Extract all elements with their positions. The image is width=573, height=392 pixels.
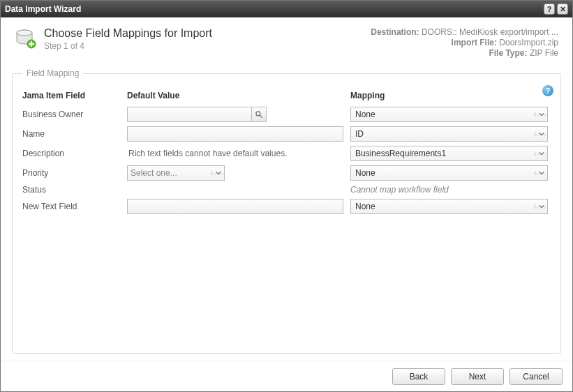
file-type-value: ZIP File — [530, 48, 558, 58]
page-title: Choose Field Mappings for Import — [44, 27, 212, 40]
row-business-owner: Business Owner — [22, 105, 551, 124]
description-mapping-dropdown[interactable]: BusinessRequirements1 — [350, 146, 548, 161]
label-business-owner: Business Owner — [22, 105, 127, 124]
search-icon — [255, 110, 263, 119]
chevron-down-icon — [535, 151, 547, 156]
close-icon: ✕ — [560, 5, 566, 14]
business-owner-input[interactable] — [128, 107, 251, 121]
back-button[interactable]: Back — [392, 368, 445, 385]
new-text-field-default-input[interactable] — [128, 199, 343, 213]
wizard-footer: Back Next Cancel — [1, 361, 572, 391]
destination-label: Destination: — [371, 27, 419, 37]
name-default-input-wrap — [127, 126, 343, 142]
name-mapping-value: ID — [351, 129, 535, 139]
business-owner-lookup — [127, 107, 267, 122]
col-mapping: Mapping — [350, 86, 551, 105]
new-text-field-default-input-wrap — [127, 199, 343, 214]
row-status: Status Cannot map workflow field — [22, 183, 551, 197]
business-owner-input-wrap — [127, 107, 251, 122]
description-mapping-value: BusinessRequirements1 — [351, 149, 535, 158]
import-wizard-dialog: Data Import Wizard ? ✕ Choose Field Mapp… — [0, 0, 573, 392]
field-mapping-table: Jama Item Field Default Value Mapping Bu… — [22, 86, 551, 216]
col-default-value: Default Value — [127, 86, 350, 105]
row-name: Name ID — [22, 124, 551, 144]
close-button[interactable]: ✕ — [557, 3, 568, 15]
label-priority: Priority — [22, 163, 127, 183]
wizard-header: Choose Field Mappings for Import Step 1 … — [1, 17, 572, 66]
page-subtitle: Step 1 of 4 — [44, 41, 212, 51]
priority-mapping-dropdown[interactable]: None — [350, 165, 548, 181]
name-mapping-dropdown[interactable]: ID — [350, 126, 548, 142]
next-button[interactable]: Next — [451, 368, 504, 385]
header-meta: Destination: DOORS:: MediKiosk export/im… — [371, 27, 558, 59]
business-owner-mapping-value: None — [351, 110, 535, 119]
row-new-text-field: New Text Field None — [22, 197, 551, 216]
priority-mapping-value: None — [351, 168, 535, 178]
name-default-input[interactable] — [128, 127, 343, 141]
database-import-icon — [15, 27, 37, 50]
window-title: Data Import Wizard — [5, 4, 81, 14]
chevron-down-icon — [211, 171, 224, 175]
business-owner-mapping-dropdown[interactable]: None — [350, 107, 548, 122]
question-icon: ? — [547, 5, 552, 13]
svg-line-4 — [260, 116, 262, 118]
chevron-down-icon — [535, 112, 547, 116]
fieldset-legend: Field Mapping — [22, 68, 83, 78]
file-type-label: File Type: — [489, 48, 527, 58]
wizard-body: Field Mapping ? Jama Item Field Default … — [1, 66, 572, 361]
status-mapping-note: Cannot map workflow field — [350, 185, 449, 195]
import-file-value: DoorsImport.zip — [499, 38, 558, 47]
svg-point-1 — [17, 30, 32, 36]
label-new-text-field: New Text Field — [22, 197, 127, 216]
priority-combo-text: Select one... — [128, 168, 211, 178]
description-note: Rich text fields cannot have default val… — [127, 149, 287, 158]
chevron-down-icon — [535, 132, 547, 136]
row-description: Description Rich text fields cannot have… — [22, 144, 551, 163]
import-file-label: Import File: — [452, 38, 497, 47]
help-icon[interactable]: ? — [542, 85, 553, 96]
new-text-field-mapping-dropdown[interactable]: None — [350, 199, 548, 214]
priority-default-combo[interactable]: Select one... — [127, 165, 225, 181]
table-header-row: Jama Item Field Default Value Mapping — [22, 86, 551, 105]
label-status: Status — [22, 183, 127, 197]
new-text-field-mapping-value: None — [351, 202, 535, 211]
chevron-down-icon — [535, 204, 547, 209]
cancel-button[interactable]: Cancel — [509, 368, 563, 385]
field-mapping-fieldset: Field Mapping ? Jama Item Field Default … — [12, 68, 561, 354]
business-owner-search-button[interactable] — [251, 107, 267, 122]
help-button-titlebar[interactable]: ? — [544, 3, 555, 15]
svg-point-3 — [256, 112, 260, 116]
label-name: Name — [22, 124, 127, 144]
label-description: Description — [22, 144, 127, 163]
header-titles: Choose Field Mappings for Import Step 1 … — [44, 27, 212, 51]
destination-value: DOORS:: MediKiosk export/import ... — [422, 27, 558, 37]
chevron-down-icon — [535, 171, 547, 175]
row-priority: Priority Select one... None — [22, 163, 551, 183]
titlebar: Data Import Wizard ? ✕ — [1, 1, 572, 17]
col-item-field: Jama Item Field — [22, 86, 127, 105]
